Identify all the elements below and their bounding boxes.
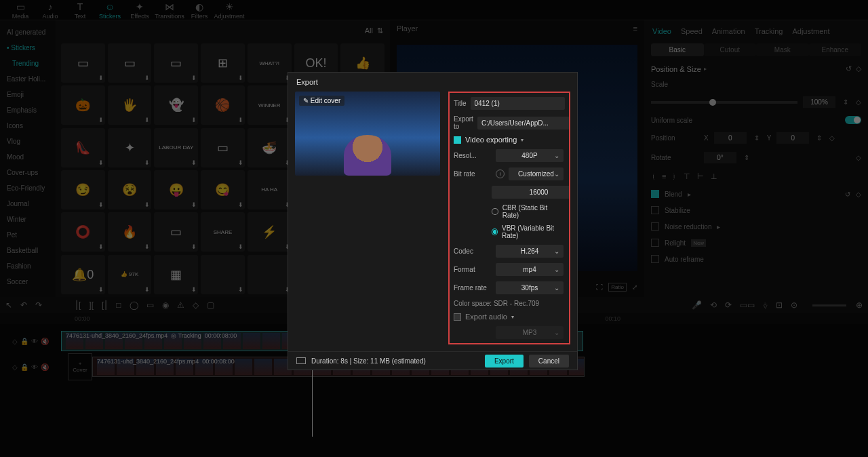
tool-text[interactable]: TText bbox=[65, 1, 95, 20]
sticker-tile[interactable]: ✦⬇ bbox=[108, 128, 152, 167]
tool-adjustment[interactable]: ☀Adjustment bbox=[214, 1, 244, 20]
sticker-tile[interactable]: ⚡⬇ bbox=[248, 212, 292, 252]
tl-tool-icon[interactable]: ▭ bbox=[146, 300, 154, 310]
tl-tool-icon[interactable]: □ bbox=[116, 300, 121, 310]
sticker-tile[interactable]: 🍜⬇ bbox=[248, 128, 292, 167]
title-input[interactable] bbox=[471, 97, 565, 110]
keyframe-icon[interactable]: ◇ bbox=[856, 154, 861, 161]
sticker-tile[interactable]: 😋⬇ bbox=[201, 170, 245, 210]
tl-tool-icon[interactable]: ⊡ bbox=[776, 300, 783, 310]
sticker-tile[interactable]: 👻⬇ bbox=[154, 85, 198, 125]
vbr-radio[interactable] bbox=[492, 228, 498, 235]
track-controls[interactable]: ◇🔒👁🔇 bbox=[0, 338, 61, 345]
tl-tool-icon[interactable]: ⟲ bbox=[710, 300, 717, 310]
tl-tool-icon[interactable]: ▢ bbox=[207, 300, 214, 310]
sticker-tile[interactable]: ⊞⬇ bbox=[201, 43, 245, 83]
tool-stickers[interactable]: ☺Stickers bbox=[95, 1, 125, 20]
sidebar-item[interactable]: AI generated bbox=[0, 24, 56, 40]
sticker-tile[interactable]: LABOUR DAY⬇ bbox=[154, 128, 198, 167]
audio-export-check[interactable] bbox=[454, 313, 461, 321]
scale-input[interactable] bbox=[803, 96, 835, 108]
stepper-icon[interactable]: ⇕ bbox=[814, 134, 824, 142]
sidebar-item[interactable]: Trending bbox=[0, 56, 56, 71]
zoom-slider[interactable] bbox=[812, 304, 846, 306]
video-export-check[interactable] bbox=[454, 136, 461, 144]
stepper-icon[interactable]: ⇕ bbox=[841, 98, 850, 106]
cbr-radio[interactable] bbox=[492, 208, 498, 215]
sticker-tile[interactable]: 👍 97K⬇ bbox=[108, 255, 152, 294]
tl-tool-icon[interactable]: ↖ bbox=[5, 300, 12, 310]
tab-animation[interactable]: Animation bbox=[712, 27, 745, 35]
sidebar-item[interactable]: Vlog bbox=[0, 134, 56, 149]
sort-icon[interactable]: ⇅ bbox=[377, 26, 383, 35]
sticker-tile[interactable]: 😏⬇ bbox=[61, 170, 105, 210]
reset-icon[interactable]: ↺ bbox=[845, 191, 850, 198]
tl-tool-icon[interactable]: ◇ bbox=[193, 300, 199, 310]
info-icon[interactable]: i bbox=[496, 170, 505, 178]
all-label[interactable]: All bbox=[365, 26, 373, 35]
sticker-tile[interactable]: ▭⬇ bbox=[154, 212, 198, 252]
tl-tool-icon[interactable]: [⎮ bbox=[102, 300, 108, 310]
kbps-input[interactable] bbox=[492, 186, 570, 199]
sticker-tile[interactable]: 🔥⬇ bbox=[108, 212, 152, 252]
tool-effects[interactable]: ✦Effects bbox=[125, 1, 155, 20]
sticker-tile[interactable]: ⭕⬇ bbox=[61, 212, 105, 252]
scale-slider[interactable] bbox=[651, 101, 797, 104]
tl-tool-icon[interactable]: ↷ bbox=[35, 300, 42, 310]
sticker-tile[interactable]: ▦⬇ bbox=[154, 255, 198, 294]
pos-y-input[interactable] bbox=[776, 132, 809, 144]
framerate-select[interactable]: 30fps bbox=[496, 281, 564, 294]
sidebar-item[interactable]: Soccer bbox=[0, 274, 56, 290]
rotate-input[interactable] bbox=[704, 152, 736, 163]
tl-tool-icon[interactable]: ][ bbox=[89, 300, 94, 310]
tab-speed[interactable]: Speed bbox=[681, 27, 703, 35]
sticker-tile[interactable]: ⬇ bbox=[248, 255, 292, 294]
format-select[interactable]: mp4 bbox=[496, 263, 564, 276]
sticker-tile[interactable]: ▭⬇ bbox=[108, 43, 152, 83]
subtab-cutout[interactable]: Cutout bbox=[704, 43, 757, 56]
sticker-tile[interactable]: 😵⬇ bbox=[108, 170, 152, 210]
relight-check[interactable] bbox=[651, 239, 659, 247]
bitrate-select[interactable]: Customized bbox=[509, 167, 564, 180]
sidebar-item[interactable]: Icons bbox=[0, 118, 56, 134]
fullscreen-icon[interactable]: ⤢ bbox=[632, 283, 637, 291]
sticker-tile[interactable]: 🏀⬇ bbox=[201, 85, 245, 125]
player-menu-icon[interactable]: ≡ bbox=[633, 24, 637, 35]
subtab-basic[interactable]: Basic bbox=[651, 43, 704, 56]
sidebar-item[interactable]: Emoji bbox=[0, 87, 56, 102]
sticker-tile[interactable]: ▭⬇ bbox=[201, 128, 245, 167]
sidebar-item[interactable]: Eco-Friendly bbox=[0, 180, 56, 196]
stepper-icon[interactable]: ⇕ bbox=[742, 154, 751, 161]
sticker-tile[interactable]: 🔔0⬇ bbox=[61, 255, 105, 294]
noise-check[interactable] bbox=[651, 222, 659, 231]
cover-button[interactable]: +Cover bbox=[68, 353, 92, 380]
tl-tool-icon[interactable]: ▭▭ bbox=[740, 300, 755, 310]
sidebar-item[interactable]: Cover-ups bbox=[0, 165, 56, 180]
tl-tool-icon[interactable]: ⎀ bbox=[763, 300, 768, 310]
sidebar-item[interactable]: Stickers bbox=[0, 40, 56, 56]
sidebar-item[interactable]: Basketball bbox=[0, 243, 56, 258]
autoreframe-check[interactable] bbox=[651, 255, 659, 263]
tl-tool-icon[interactable]: ◯ bbox=[130, 300, 138, 310]
sticker-tile[interactable]: ▭⬇ bbox=[154, 43, 198, 83]
sidebar-item[interactable]: Fashion bbox=[0, 258, 56, 274]
stepper-icon[interactable]: ⇕ bbox=[752, 134, 762, 142]
track-controls[interactable]: ◇🔒👁🔇 bbox=[0, 363, 61, 371]
sticker-tile[interactable]: WHAT?!⬇ bbox=[248, 43, 292, 83]
blend-check[interactable] bbox=[651, 190, 659, 198]
align-buttons[interactable]: ⟮≡⟯⊤⊢⊥ bbox=[651, 170, 861, 184]
tool-media[interactable]: ▭Media bbox=[5, 1, 35, 20]
sidebar-item[interactable]: Easter Holi... bbox=[0, 71, 56, 87]
reset-icon[interactable]: ↺ bbox=[846, 64, 852, 73]
sticker-tile[interactable]: ⬇ bbox=[201, 255, 245, 294]
uniform-toggle[interactable] bbox=[845, 116, 861, 124]
cancel-button[interactable]: Cancel bbox=[529, 355, 569, 367]
crop-icon[interactable]: ⛶ bbox=[596, 283, 603, 291]
keyframe-icon[interactable]: ◇ bbox=[856, 64, 861, 73]
tl-tool-icon[interactable]: 🎤 bbox=[692, 300, 702, 310]
sidebar-item[interactable]: Emphasis bbox=[0, 102, 56, 118]
tl-tool-icon[interactable]: ◉ bbox=[162, 300, 169, 310]
tool-audio[interactable]: ♪Audio bbox=[35, 1, 65, 20]
tl-tool-icon[interactable]: ⚠ bbox=[177, 300, 184, 310]
sidebar-item[interactable]: Pet bbox=[0, 227, 56, 243]
